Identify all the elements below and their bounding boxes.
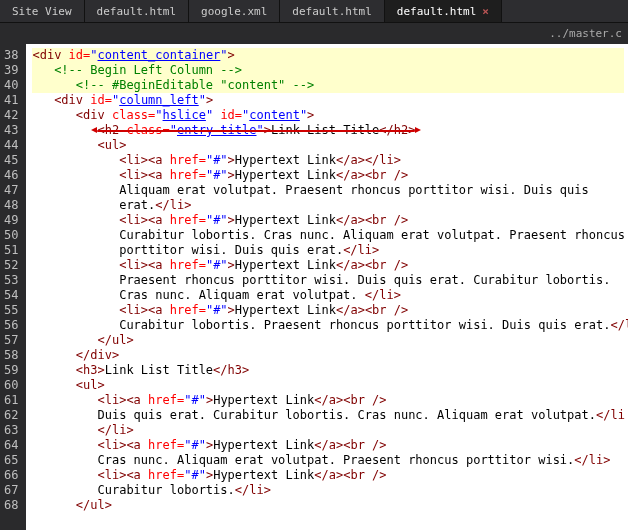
line-gutter: 3839404142434445464748495051525354555657… xyxy=(0,44,26,530)
tab-site-view[interactable]: Site View xyxy=(0,0,85,22)
tab-default-1[interactable]: default.html xyxy=(85,0,189,22)
tab-default-2[interactable]: default.html xyxy=(280,0,384,22)
code-editor[interactable]: 3839404142434445464748495051525354555657… xyxy=(0,44,628,530)
tab-google-xml[interactable]: google.xml xyxy=(189,0,280,22)
tab-default-active[interactable]: default.html× xyxy=(385,0,502,22)
code-area[interactable]: <div id="content_container"> <!-- Begin … xyxy=(26,44,628,530)
breadcrumb[interactable]: ../master.c xyxy=(0,23,628,44)
close-icon[interactable]: × xyxy=(482,5,489,18)
tab-bar: Site View default.html google.xml defaul… xyxy=(0,0,628,23)
